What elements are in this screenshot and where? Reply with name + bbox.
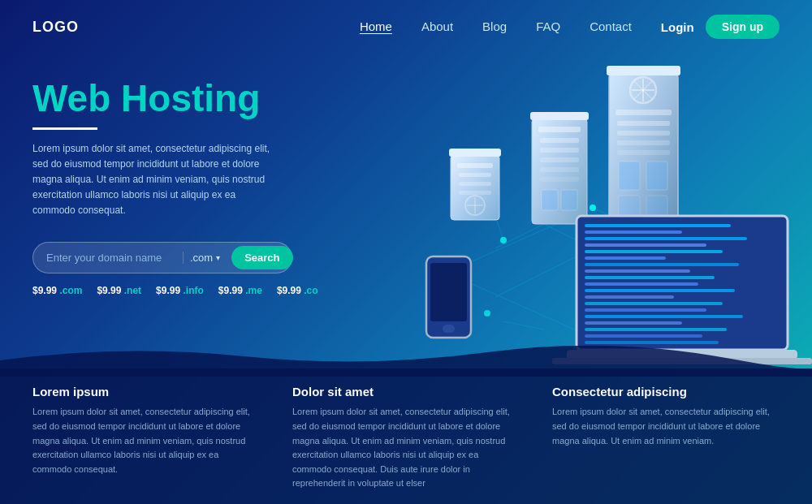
svg-rect-67: [585, 295, 674, 299]
svg-rect-23: [459, 182, 491, 186]
nav-auth: Login Sign up: [661, 15, 780, 39]
svg-rect-38: [530, 112, 589, 120]
domain-prices: $9.99 .com $9.99 .net $9.99 .info $9.99 …: [32, 285, 341, 296]
svg-rect-39: [609, 74, 678, 236]
svg-rect-57: [585, 230, 682, 234]
svg-line-8: [487, 192, 503, 240]
svg-point-16: [590, 205, 596, 211]
svg-rect-66: [585, 289, 735, 292]
svg-rect-31: [540, 138, 579, 143]
svg-rect-32: [540, 148, 579, 153]
svg-rect-47: [617, 131, 670, 136]
svg-rect-46: [617, 121, 670, 126]
svg-rect-69: [585, 308, 706, 312]
svg-line-44: [634, 81, 652, 99]
chevron-down-icon: ▾: [216, 253, 220, 262]
card-desc-2: Lorem ipsum dolor sit amet, consectetur …: [292, 405, 520, 491]
nav-contact[interactable]: Contact: [590, 19, 632, 33]
svg-rect-56: [585, 224, 731, 227]
price-co: $9.99 .co: [277, 285, 318, 296]
svg-rect-64: [585, 276, 715, 279]
svg-point-19: [484, 310, 490, 317]
svg-rect-22: [459, 173, 491, 177]
svg-rect-54: [607, 66, 680, 75]
svg-line-0: [447, 208, 593, 273]
search-button[interactable]: Search: [231, 246, 292, 269]
price-net: $9.99 .net: [97, 285, 141, 296]
hero-title: Web Hosting: [32, 78, 341, 119]
svg-rect-21: [457, 163, 493, 168]
svg-line-1: [593, 208, 739, 273]
signup-button[interactable]: Sign up: [706, 15, 780, 39]
navbar: LOGO Home About Blog FAQ Contact Login S…: [0, 0, 812, 54]
svg-rect-37: [561, 190, 577, 210]
domain-search-bar: .com ▾ Search: [32, 242, 292, 274]
login-button[interactable]: Login: [661, 20, 694, 34]
svg-line-11: [666, 265, 723, 297]
svg-rect-74: [585, 341, 719, 344]
svg-rect-48: [617, 140, 670, 145]
svg-rect-51: [646, 162, 667, 190]
svg-line-6: [495, 224, 641, 297]
svg-line-43: [634, 81, 652, 99]
svg-rect-55: [577, 216, 788, 350]
svg-rect-49: [617, 150, 670, 155]
hero-description: Lorem ipsum dolor sit amet, consectetur …: [32, 141, 276, 219]
svg-rect-45: [615, 110, 672, 115]
price-me: $9.99 .me: [218, 285, 262, 296]
card-desc-1: Lorem ipsum dolor sit amet, consectetur …: [32, 405, 260, 476]
svg-rect-62: [585, 263, 739, 266]
hero-title-plain: Web: [32, 77, 121, 119]
svg-line-2: [593, 273, 739, 338]
svg-rect-34: [540, 167, 579, 172]
nav-faq[interactable]: FAQ: [536, 19, 560, 33]
svg-rect-71: [585, 321, 682, 325]
svg-rect-50: [619, 162, 640, 190]
svg-line-5: [544, 224, 690, 297]
logo: LOGO: [32, 19, 79, 36]
svg-rect-33: [540, 157, 579, 162]
svg-rect-63: [585, 269, 690, 273]
nav-links: Home About Blog FAQ Contact: [360, 19, 632, 34]
svg-rect-65: [585, 282, 698, 286]
svg-rect-72: [585, 328, 727, 331]
svg-rect-36: [542, 190, 558, 210]
svg-point-14: [736, 269, 742, 276]
svg-rect-24: [459, 191, 491, 195]
domain-input[interactable]: [46, 252, 183, 264]
svg-rect-59: [585, 243, 706, 247]
hero-left: Web Hosting Lorem ipsum dolor sit amet, …: [32, 70, 341, 411]
svg-rect-73: [585, 334, 702, 338]
svg-rect-78: [426, 256, 471, 338]
nav-blog[interactable]: Blog: [482, 19, 507, 33]
svg-point-40: [630, 77, 656, 103]
svg-rect-25: [449, 149, 501, 157]
svg-rect-35: [540, 177, 579, 182]
svg-rect-79: [430, 263, 467, 321]
price-info: $9.99 .info: [156, 285, 204, 296]
svg-rect-60: [585, 250, 723, 253]
svg-rect-53: [646, 196, 667, 224]
svg-rect-68: [585, 302, 723, 305]
svg-line-4: [495, 224, 544, 248]
svg-point-15: [590, 334, 596, 341]
svg-rect-52: [619, 196, 640, 224]
nav-about[interactable]: About: [421, 19, 453, 33]
hero-divider: [32, 127, 97, 130]
svg-rect-61: [585, 256, 666, 260]
svg-point-18: [663, 294, 669, 300]
svg-line-12: [503, 321, 544, 330]
card-title-3: Consectetur adipiscing: [552, 385, 780, 398]
svg-line-7: [641, 224, 690, 248]
domain-extension[interactable]: .com ▾: [183, 252, 227, 264]
bottom-card-3: Consectetur adipiscing Lorem ipsum dolor…: [552, 385, 780, 491]
svg-rect-20: [451, 155, 499, 220]
svg-point-17: [500, 237, 507, 243]
svg-rect-80: [443, 325, 455, 333]
hero-title-accent: Hosting: [121, 77, 260, 119]
svg-rect-58: [585, 237, 747, 240]
svg-rect-29: [532, 118, 587, 224]
svg-line-10: [625, 143, 633, 220]
domain-ext-label: .com: [190, 252, 213, 264]
nav-home[interactable]: Home: [360, 19, 392, 33]
